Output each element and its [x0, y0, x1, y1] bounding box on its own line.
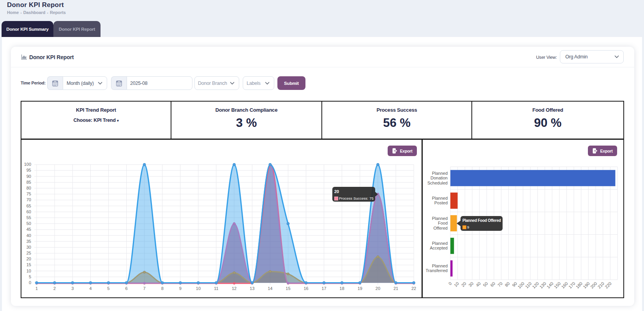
svg-text:30: 30	[468, 281, 474, 288]
svg-text:11: 11	[214, 286, 218, 291]
svg-text:Planned: Planned	[432, 216, 448, 221]
svg-text:Planned: Planned	[432, 241, 448, 246]
svg-text:8: 8	[161, 286, 164, 291]
svg-text:70: 70	[497, 281, 503, 288]
svg-text:45: 45	[26, 227, 31, 232]
svg-text:30: 30	[26, 245, 31, 250]
svg-text:40: 40	[475, 281, 482, 288]
svg-text:17: 17	[321, 286, 326, 291]
svg-text:85: 85	[26, 180, 31, 184]
svg-text:4: 4	[89, 286, 92, 291]
svg-text:150: 150	[553, 281, 561, 289]
svg-text:100: 100	[517, 281, 525, 289]
svg-text:180: 180	[575, 281, 583, 289]
svg-text:60: 60	[489, 281, 496, 288]
svg-text:0: 0	[29, 280, 31, 285]
svg-text:65: 65	[26, 204, 31, 208]
svg-text:190: 190	[582, 281, 590, 289]
svg-text:22: 22	[411, 286, 416, 291]
svg-text:20: 20	[461, 281, 467, 288]
svg-text:18: 18	[340, 286, 344, 291]
svg-text:13: 13	[250, 286, 254, 291]
svg-text:15: 15	[26, 262, 31, 267]
svg-text:16: 16	[303, 286, 308, 291]
svg-text:50: 50	[26, 221, 31, 226]
svg-text:0: 0	[448, 281, 453, 286]
svg-text:Scheduled: Scheduled	[427, 181, 448, 185]
svg-text:10: 10	[196, 286, 201, 291]
svg-text:120: 120	[531, 281, 540, 289]
svg-text:1: 1	[35, 286, 38, 291]
svg-text:Accepted: Accepted	[430, 246, 448, 250]
svg-text:140: 140	[546, 281, 554, 289]
svg-text:35: 35	[26, 239, 31, 244]
svg-text:90: 90	[511, 281, 518, 288]
svg-text:12: 12	[232, 286, 236, 291]
svg-text:100: 100	[24, 162, 31, 167]
svg-text:170: 170	[568, 281, 576, 289]
svg-text:75: 75	[26, 192, 31, 196]
svg-text:220: 220	[604, 281, 612, 289]
svg-text:60: 60	[26, 209, 31, 214]
svg-text:50: 50	[482, 281, 489, 288]
svg-text:200: 200	[589, 281, 598, 289]
svg-text:19: 19	[358, 286, 362, 291]
svg-text:80: 80	[26, 186, 31, 190]
svg-text:7: 7	[143, 286, 146, 291]
svg-text:Planned: Planned	[432, 264, 448, 268]
svg-text:6: 6	[125, 286, 127, 291]
svg-text:10: 10	[453, 281, 460, 288]
svg-text:2: 2	[53, 286, 56, 291]
svg-text:3: 3	[71, 286, 74, 291]
svg-text:55: 55	[26, 215, 31, 220]
svg-text:Donation: Donation	[431, 176, 448, 180]
svg-text:15: 15	[286, 286, 290, 291]
svg-text:20: 20	[376, 286, 380, 291]
svg-text:160: 160	[560, 281, 568, 289]
svg-text:Planned: Planned	[432, 171, 448, 176]
svg-text:80: 80	[504, 281, 510, 288]
svg-text:5: 5	[107, 286, 109, 291]
svg-text:21: 21	[393, 286, 398, 291]
svg-text:9: 9	[179, 286, 182, 291]
svg-text:25: 25	[26, 251, 31, 255]
svg-text:Offered: Offered	[434, 226, 448, 230]
svg-text:14: 14	[268, 286, 272, 291]
svg-text:40: 40	[26, 233, 31, 238]
svg-text:90: 90	[26, 174, 31, 179]
svg-text:5: 5	[29, 274, 31, 279]
svg-text:210: 210	[597, 281, 605, 289]
svg-text:Transferred: Transferred	[426, 268, 448, 273]
svg-text:Planned: Planned	[432, 196, 448, 200]
svg-text:110: 110	[524, 281, 533, 289]
svg-text:Food: Food	[438, 221, 448, 225]
svg-text:95: 95	[26, 168, 31, 172]
svg-text:130: 130	[538, 281, 547, 289]
svg-text:Posted: Posted	[434, 200, 448, 205]
svg-text:10: 10	[26, 269, 31, 273]
svg-text:70: 70	[26, 197, 31, 202]
svg-text:20: 20	[26, 257, 31, 261]
